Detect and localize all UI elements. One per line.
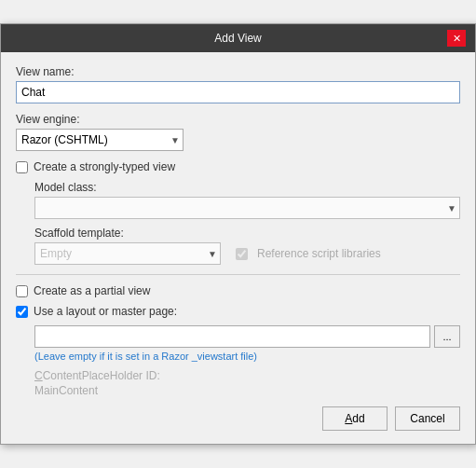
dialog-body: View name: View engine: Razor (CSHTML) ▼…: [1, 52, 475, 444]
view-engine-section: View engine: Razor (CSHTML) ▼: [16, 113, 460, 151]
model-class-section: Model class: ▼: [34, 181, 460, 219]
model-class-select[interactable]: [34, 197, 460, 219]
layout-hint-text: (Leave empty if it is set in a Razor _vi…: [34, 351, 460, 362]
view-name-input[interactable]: [16, 81, 460, 103]
model-class-label: Model class:: [34, 181, 460, 194]
layout-input-section: ... (Leave empty if it is set in a Razor…: [34, 325, 460, 397]
strongly-typed-row: Create a strongly-typed view: [16, 160, 460, 173]
placeholder-id-label: CContentPlaceHolder ID:: [34, 369, 460, 382]
scaffold-select-wrapper: Empty ▼: [34, 242, 221, 265]
ref-scripts-row: Reference script libraries: [236, 247, 381, 260]
browse-button[interactable]: ...: [434, 325, 460, 348]
strongly-typed-checkbox[interactable]: [16, 161, 28, 173]
view-name-label: View name:: [16, 65, 460, 78]
add-button[interactable]: Add: [322, 406, 388, 431]
cancel-button[interactable]: Cancel: [395, 406, 460, 431]
model-class-select-wrapper: ▼: [34, 197, 460, 219]
partial-view-label: Create as a partial view: [34, 284, 150, 297]
dialog-title: Add View: [29, 32, 447, 45]
use-layout-checkbox[interactable]: [16, 306, 28, 318]
placeholder-id-value: MainContent: [34, 384, 460, 397]
view-engine-label: View engine:: [16, 113, 460, 126]
view-engine-select[interactable]: Razor (CSHTML): [16, 129, 184, 151]
divider: [16, 274, 460, 275]
title-bar: Add View ✕: [1, 24, 475, 52]
scaffold-select-container: Empty ▼: [34, 242, 221, 265]
close-button[interactable]: ✕: [447, 30, 466, 47]
view-name-section: View name:: [16, 65, 460, 103]
scaffold-select[interactable]: Empty: [34, 242, 221, 265]
layout-path-input[interactable]: [34, 325, 430, 348]
partial-view-row: Create as a partial view: [16, 284, 460, 297]
use-layout-row: Use a layout or master page:: [16, 305, 460, 318]
strongly-typed-label: Create a strongly-typed view: [34, 160, 175, 173]
layout-input-row: ...: [34, 325, 460, 348]
view-engine-select-wrapper: Razor (CSHTML) ▼: [16, 129, 184, 151]
ref-scripts-checkbox[interactable]: [236, 248, 248, 260]
add-view-dialog: Add View ✕ View name: View engine: Razor…: [0, 23, 476, 445]
use-layout-label: Use a layout or master page:: [34, 305, 177, 318]
scaffold-template-label: Scaffold template:: [34, 227, 460, 240]
partial-view-checkbox[interactable]: [16, 285, 28, 297]
scaffold-template-section: Scaffold template: Empty ▼ Reference scr…: [34, 227, 460, 265]
scaffold-row: Empty ▼ Reference script libraries: [34, 242, 460, 265]
button-row: Add Cancel: [16, 406, 460, 431]
ref-scripts-label: Reference script libraries: [257, 247, 381, 260]
